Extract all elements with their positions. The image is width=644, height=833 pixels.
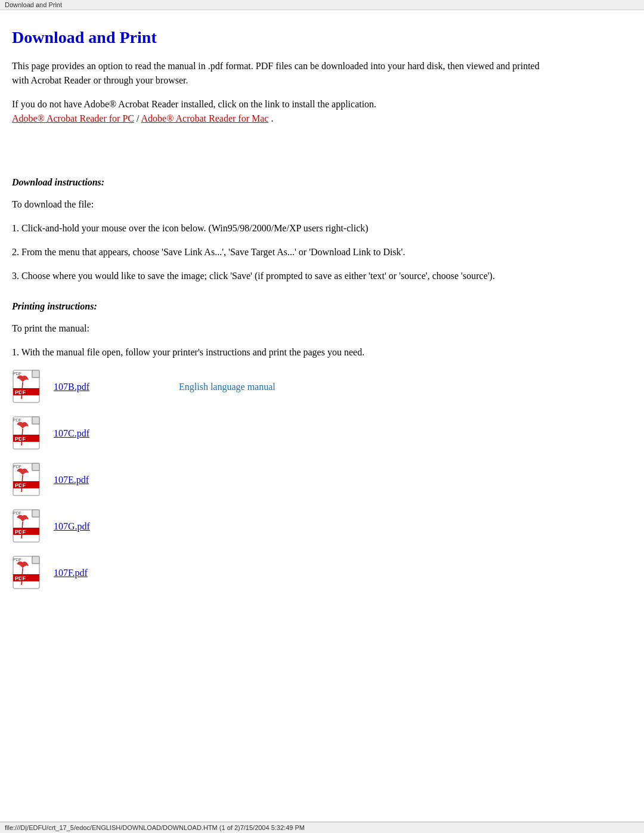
browser-title-text: Download and Print xyxy=(5,1,62,8)
svg-rect-26 xyxy=(32,556,39,563)
download-instructions-heading: Download instructions: xyxy=(12,177,549,188)
printing-instructions-heading: Printing instructions: xyxy=(12,301,549,312)
acrobat-reader-mac-link[interactable]: Adobe® Acrobat Reader for Mac xyxy=(141,113,269,123)
download-step3: 3. Choose where you would like to save t… xyxy=(12,269,549,283)
page-title: Download and Print xyxy=(12,28,549,47)
intro-paragraph: This page provides an option to read the… xyxy=(12,59,549,88)
pdf-icon-4: PDF PDF xyxy=(12,555,48,591)
pdf-row-2: PDF PDF 107E.pdf xyxy=(12,462,549,498)
pdf-description-0: English language manual xyxy=(179,382,275,392)
pdf-icon-0: PDF PDF xyxy=(12,369,48,405)
pdf-row-1: PDF PDF 107C.pdf xyxy=(12,416,549,451)
svg-text:PDF: PDF xyxy=(15,482,26,488)
browser-title-bar: Download and Print xyxy=(0,0,644,10)
svg-text:PDF: PDF xyxy=(13,558,21,562)
svg-rect-20 xyxy=(32,510,39,517)
svg-text:PDF: PDF xyxy=(15,389,26,395)
print-step1: 1. With the manual file open, follow you… xyxy=(12,345,549,360)
svg-rect-14 xyxy=(32,463,39,470)
spacer2 xyxy=(12,147,549,159)
pdf-row-4: PDF PDF 107F.pdf xyxy=(12,555,549,591)
pdf-files-section: PDF PDF 107B.pdf English language manual xyxy=(12,369,549,591)
separator-slash: / xyxy=(137,113,141,123)
svg-text:PDF: PDF xyxy=(15,436,26,442)
svg-text:PDF: PDF xyxy=(15,575,26,581)
svg-text:PDF: PDF xyxy=(13,418,21,422)
svg-rect-2 xyxy=(32,370,39,377)
pdf-icon-3: PDF PDF xyxy=(12,509,48,544)
pdf-link-4[interactable]: 107F.pdf xyxy=(54,568,131,578)
download-intro-text: To download the file: xyxy=(12,197,549,212)
pdf-link-3[interactable]: 107G.pdf xyxy=(54,521,131,532)
status-bar-text: file:///D|/EDFU/crt_17_5/edoc/ENGLISH/DO… xyxy=(5,824,305,831)
pdf-icon-1: PDF PDF xyxy=(12,416,48,451)
svg-rect-8 xyxy=(32,417,39,424)
svg-text:PDF: PDF xyxy=(13,465,21,469)
period: . xyxy=(271,113,273,123)
spacer1 xyxy=(12,135,549,147)
page-content: Download and Print This page provides an… xyxy=(0,10,572,637)
pdf-icon-2: PDF PDF xyxy=(12,462,48,498)
print-intro-text: To print the manual: xyxy=(12,321,549,336)
pdf-link-0[interactable]: 107B.pdf xyxy=(54,382,131,392)
acrobat-links-paragraph: If you do not have Adobe® Acrobat Reader… xyxy=(12,97,549,126)
pdf-row-3: PDF PDF 107G.pdf xyxy=(12,509,549,544)
acrobat-intro-text: If you do not have Adobe® Acrobat Reader… xyxy=(12,99,376,109)
download-step1: 1. Click-and-hold your mouse over the ic… xyxy=(12,221,549,236)
download-step2: 2. From the menu that appears, choose 'S… xyxy=(12,245,549,259)
svg-text:PDF: PDF xyxy=(13,511,21,515)
pdf-link-2[interactable]: 107E.pdf xyxy=(54,475,131,485)
svg-text:PDF: PDF xyxy=(15,529,26,535)
status-bar: file:///D|/EDFU/crt_17_5/edoc/ENGLISH/DO… xyxy=(0,822,644,833)
svg-text:PDF: PDF xyxy=(13,371,21,376)
pdf-link-1[interactable]: 107C.pdf xyxy=(54,428,131,439)
pdf-row-0: PDF PDF 107B.pdf English language manual xyxy=(12,369,549,405)
acrobat-reader-pc-link[interactable]: Adobe® Acrobat Reader for PC xyxy=(12,113,134,123)
